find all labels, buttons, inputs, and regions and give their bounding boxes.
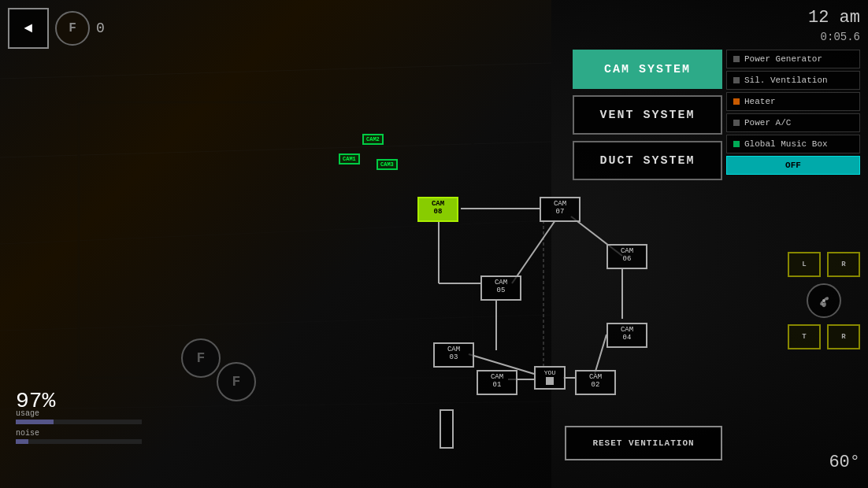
global-music-box-btn[interactable]: Global Music Box [726, 135, 860, 153]
sil-ventilation-btn[interactable]: Sil. Ventilation [726, 71, 860, 90]
power-generator-dot [733, 56, 740, 62]
sil-ventilation-dot [733, 77, 740, 83]
fan-svg [814, 291, 833, 310]
heater-label: Heater [744, 97, 776, 106]
power-generator-label: Power Generator [744, 54, 822, 64]
time-label: 12 am [808, 8, 860, 28]
you-node: YOU [534, 366, 566, 390]
right-panel: Power Generator Sil. Ventilation Heater … [726, 50, 860, 175]
usage-label: usage [16, 409, 142, 418]
svg-line-1 [0, 142, 551, 157]
global-music-box-label: Global Music Box [744, 139, 828, 149]
duct-system-button[interactable]: DUCT SYSTEM [573, 141, 722, 180]
fan-icon[interactable] [807, 283, 841, 318]
small-cam1[interactable]: CAM1 [339, 153, 360, 165]
top-left-controls: ◄ F 0 [8, 8, 105, 49]
power-ac-btn[interactable]: Power A/C [726, 113, 860, 132]
cam07-node[interactable]: CAM07 [540, 197, 581, 222]
off-label: OFF [785, 161, 801, 170]
svg-rect-5 [79, 102, 473, 378]
stats-bars: usage noise [16, 409, 142, 449]
camera-map: CAM08 CAM07 CAM06 CAM05 CAM04 CAM03 CAM0… [417, 197, 717, 457]
cam-system-button[interactable]: CAM SYSTEM [573, 50, 722, 89]
noise-bar-fill [16, 439, 28, 444]
cam05-node[interactable]: CAM05 [480, 275, 521, 301]
usage-bar-fill [16, 420, 54, 424]
svg-line-8 [512, 220, 555, 283]
back-button[interactable]: ◄ [8, 8, 49, 49]
time-display-area: 12 am 0:05.6 [808, 8, 860, 43]
counter-display: 0 [96, 20, 105, 36]
reset-ventilation-button[interactable]: RESET VENTILATION [565, 426, 722, 460]
vent-r2-icon[interactable]: R [827, 324, 860, 349]
map-object-icon [440, 409, 454, 449]
freddy-coin-top: F [55, 11, 90, 46]
small-cam3[interactable]: CAM3 [377, 159, 398, 170]
vent-right-icon[interactable]: R [827, 252, 860, 277]
cam08-node[interactable]: CAM08 [417, 197, 458, 222]
freddy-coin-middle-left: F [181, 338, 221, 378]
small-cam2[interactable]: CAM2 [362, 134, 384, 145]
degree-display: 60° [829, 453, 860, 472]
cam02-node[interactable]: CAM02 [575, 370, 616, 395]
system-buttons: CAM SYSTEM VENT SYSTEM DUCT SYSTEM [573, 50, 722, 180]
svg-line-0 [0, 63, 551, 79]
vent-left-icon[interactable]: L [788, 252, 821, 277]
noise-label: noise [16, 429, 142, 438]
power-generator-btn[interactable]: Power Generator [726, 50, 860, 68]
global-music-box-dot [733, 141, 740, 147]
freddy-coin-middle-right: F [217, 362, 256, 401]
vent-system-button[interactable]: VENT SYSTEM [573, 95, 722, 135]
vent-row-top: L R [788, 252, 860, 277]
vent-t-icon[interactable]: T [788, 324, 821, 349]
power-ac-dot [733, 120, 740, 126]
cam01-node[interactable]: CAM01 [477, 370, 517, 395]
cam06-node[interactable]: CAM06 [606, 244, 647, 269]
off-button[interactable]: OFF [726, 156, 860, 175]
usage-bar-bg [16, 420, 142, 424]
power-ac-label: Power A/C [744, 118, 791, 128]
heater-btn[interactable]: Heater [726, 92, 860, 111]
vent-row-bottom: T R [788, 324, 860, 349]
sil-ventilation-label: Sil. Ventilation [744, 76, 828, 85]
heater-dot [733, 98, 740, 105]
noise-bar-bg [16, 439, 142, 444]
map-connections [417, 197, 717, 457]
cam04-node[interactable]: CAM04 [606, 323, 647, 348]
svg-line-11 [595, 335, 606, 374]
vent-icons-panel: L R T R [788, 252, 860, 349]
time-sub-label: 0:05.6 [821, 31, 860, 43]
cam03-node[interactable]: CAM03 [433, 342, 474, 368]
